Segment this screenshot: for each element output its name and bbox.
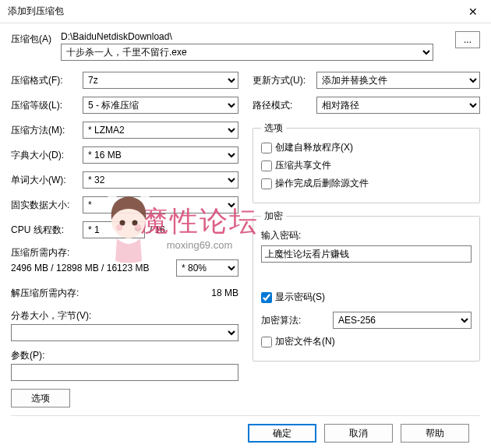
format-select[interactable]: 7z xyxy=(83,72,238,89)
encnames-checkbox[interactable] xyxy=(261,337,272,347)
solid-select[interactable]: * xyxy=(83,196,238,213)
encryption-group: 加密 输入密码: 显示密码(S) 加密算法: AES-256 加密文件名(N) xyxy=(253,210,480,362)
enc-method-select[interactable]: AES-256 xyxy=(333,312,472,329)
encryption-legend: 加密 xyxy=(261,210,286,223)
encnames-label: 加密文件名(N) xyxy=(275,335,335,348)
word-select[interactable]: * 32 xyxy=(83,171,238,189)
browse-button[interactable]: ... xyxy=(455,31,480,48)
dialog-content: 压缩包(A) D:\BaiduNetdiskDownload\ 十步杀一人，千里… xyxy=(0,23,491,448)
split-label: 分卷大小，字节(V): xyxy=(11,309,238,323)
params-label: 参数(P): xyxy=(11,349,238,362)
mem-pct-select[interactable]: * 80% xyxy=(176,259,238,277)
cpu-select[interactable]: * 1 xyxy=(83,221,145,238)
left-column: 压缩格式(F): 7z 压缩等级(L): 5 - 标准压缩 压缩方法(M): *… xyxy=(11,72,238,415)
method-select[interactable]: * LZMA2 xyxy=(83,122,238,139)
solid-label: 固实数据大小: xyxy=(11,199,83,212)
delete-checkbox[interactable] xyxy=(261,178,272,189)
dialog-footer: 确定 取消 帮助 xyxy=(11,415,480,448)
split-select[interactable] xyxy=(11,324,238,341)
method-label: 压缩方法(M): xyxy=(11,124,83,137)
showpw-checkbox[interactable] xyxy=(261,292,272,303)
mem-comp-value: 2496 MB / 12898 MB / 16123 MB xyxy=(11,263,176,273)
archive-row: 压缩包(A) D:\BaiduNetdiskDownload\ 十步杀一人，千里… xyxy=(11,31,480,61)
mem-comp-label: 压缩所需内存: xyxy=(11,246,238,259)
level-label: 压缩等级(L): xyxy=(11,99,83,112)
password-label: 输入密码: xyxy=(261,229,472,242)
cpu-total: / 16 xyxy=(150,224,165,235)
close-button[interactable]: ✕ xyxy=(455,0,491,23)
options-group: 选项 创建自释放程序(X) 压缩共享文件 操作完成后删除源文件 xyxy=(253,122,480,203)
right-column: 更新方式(U): 添加并替换文件 路径模式: 相对路径 选项 创建自释放程序(X… xyxy=(253,72,480,415)
titlebar: 添加到压缩包 ✕ xyxy=(0,0,491,23)
mem-decomp-label: 解压缩所需内存: xyxy=(11,287,104,300)
password-input[interactable] xyxy=(261,245,472,263)
word-label: 单词大小(W): xyxy=(11,174,83,187)
level-select[interactable]: 5 - 标准压缩 xyxy=(83,97,238,114)
format-label: 压缩格式(F): xyxy=(11,74,83,87)
ok-button[interactable]: 确定 xyxy=(248,424,316,443)
params-input[interactable] xyxy=(11,364,238,381)
dict-label: 字典大小(D): xyxy=(11,149,83,162)
sfx-checkbox[interactable] xyxy=(261,143,272,153)
archive-label: 压缩包(A) xyxy=(11,31,55,46)
options-button[interactable]: 选项 xyxy=(11,389,70,407)
shared-label: 压缩共享文件 xyxy=(275,159,331,172)
pathmode-select[interactable]: 相对路径 xyxy=(316,97,480,114)
cpu-label: CPU 线程数: xyxy=(11,224,83,237)
showpw-label: 显示密码(S) xyxy=(275,291,325,304)
pathmode-label: 路径模式: xyxy=(253,99,316,112)
enc-method-label: 加密算法: xyxy=(261,314,333,327)
sfx-label: 创建自释放程序(X) xyxy=(275,141,353,154)
help-button[interactable]: 帮助 xyxy=(401,424,469,443)
shared-checkbox[interactable] xyxy=(261,161,272,171)
options-legend: 选项 xyxy=(261,122,286,135)
update-select[interactable]: 添加并替换文件 xyxy=(316,72,480,89)
cancel-button[interactable]: 取消 xyxy=(324,424,393,443)
dict-select[interactable]: * 16 MB xyxy=(83,146,238,164)
window-title: 添加到压缩包 xyxy=(8,5,64,18)
update-label: 更新方式(U): xyxy=(253,74,316,87)
delete-label: 操作完成后删除源文件 xyxy=(275,177,369,190)
archive-name-combo[interactable]: 十步杀一人，千里不留行.exe xyxy=(61,44,433,61)
mem-decomp-value: 18 MB xyxy=(104,287,238,298)
archive-path: D:\BaiduNetdiskDownload\ xyxy=(61,31,433,42)
